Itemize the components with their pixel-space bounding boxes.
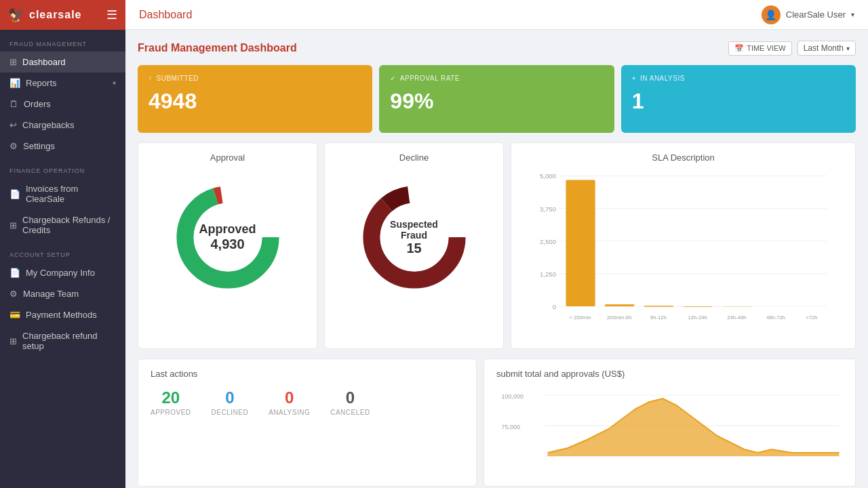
sla-bar-chart: 5,000 3,750 2,500 1,250 0 — [521, 169, 846, 339]
logo-area: 🦅 clearsale — [8, 7, 82, 23]
bottom-row: Last actions 20 APPROVED 0 DECLINED 0 AN… — [138, 359, 856, 487]
sidebar-item-chargebacks-label: Chargebacks — [22, 120, 75, 130]
sidebar-item-my-company-label: My Company Info — [26, 268, 95, 278]
submitted-value: 4948 — [149, 89, 361, 114]
time-view-button[interactable]: 📅 TIME VIEW — [728, 41, 791, 56]
my-company-icon: 📄 — [9, 268, 20, 278]
chevron-down-icon: ▾ — [113, 79, 116, 87]
page-title: Dashboard — [139, 9, 192, 21]
reports-left: 📊 Reports — [9, 78, 57, 88]
decline-donut: Suspected Fraud 15 — [353, 176, 475, 298]
last-actions-title: Last actions — [151, 369, 464, 379]
payment-methods-icon: 💳 — [9, 310, 20, 320]
sidebar: 🦅 clearsale ☰ Fraud Management ⊞ Dashboa… — [0, 0, 125, 488]
sidebar-item-chargeback-refunds-label: Chargeback Refunds / Credits — [22, 215, 116, 235]
metric-canceled: 0 CANCELED — [330, 388, 370, 416]
avatar: 👤 — [762, 5, 781, 24]
metric-analysing-label: ANALYSING — [269, 409, 310, 416]
approval-rate-value: 99% — [390, 89, 603, 114]
topbar: Dashboard 👤 ClearSale User ▾ — [125, 0, 868, 30]
calendar-icon: 📅 — [734, 44, 744, 53]
svg-text:1,250: 1,250 — [540, 270, 556, 278]
sidebar-item-chargebacks[interactable]: ↩ Chargebacks — [0, 115, 125, 136]
metric-approved-label: APPROVED — [151, 409, 191, 416]
svg-text:0: 0 — [553, 303, 556, 310]
sidebar-section-finance: Finance Operation 📄 Invoices from ClearS… — [0, 157, 125, 241]
in-analysis-label: + IN ANALYSIS — [632, 75, 845, 82]
sidebar-item-settings[interactable]: ⚙ Settings — [0, 136, 125, 157]
submitted-label: ↑ SUBMITTED — [149, 75, 361, 82]
user-name: ClearSale User — [786, 9, 846, 20]
sidebar-item-chargeback-setup-label: Chargeback refund setup — [22, 331, 116, 351]
last-month-button[interactable]: Last Month ▾ — [797, 41, 856, 56]
sidebar-item-dashboard[interactable]: ⊞ Dashboard — [0, 52, 125, 73]
sidebar-item-my-company[interactable]: 📄 My Company Info — [0, 262, 125, 283]
decline-chart-card: Decline Suspected Fraud 15 — [324, 142, 504, 349]
in-analysis-plus-icon: + — [632, 75, 636, 82]
period-chevron-icon: ▾ — [846, 45, 850, 52]
decline-donut-text: Suspected Fraud — [384, 219, 445, 241]
sidebar-item-orders[interactable]: 🗒 Orders — [0, 94, 125, 115]
dashboard-icon: ⊞ — [9, 57, 17, 67]
sidebar-item-manage-team-label: Manage Team — [23, 289, 79, 299]
metric-canceled-value: 0 — [330, 388, 370, 407]
content-title: Fraud Management Dashboard — [138, 42, 297, 54]
account-section-label: Account Setup — [0, 241, 125, 262]
sidebar-item-orders-label: Orders — [24, 99, 51, 109]
svg-rect-17 — [605, 304, 634, 306]
svg-rect-19 — [684, 306, 713, 307]
user-area: 👤 ClearSale User ▾ — [762, 5, 854, 24]
logo-text: clearsale — [29, 9, 82, 21]
invoices-icon: 📄 — [9, 189, 20, 199]
sidebar-item-chargeback-refunds[interactable]: ⊞ Chargeback Refunds / Credits — [0, 209, 125, 241]
submit-totals-card: submit total and approvals (US$) 100,000… — [484, 359, 856, 487]
chargeback-setup-icon: ⊞ — [9, 336, 17, 346]
stat-cards: ↑ SUBMITTED 4948 ✓ APPROVAL RATE 99% + I… — [138, 65, 856, 133]
logo-bird-icon: 🦅 — [8, 7, 25, 23]
approval-donut-text: Approved — [199, 222, 256, 237]
settings-icon: ⚙ — [9, 141, 18, 151]
sla-chart-svg: 5,000 3,750 2,500 1,250 0 — [521, 169, 846, 339]
sidebar-item-manage-team[interactable]: ⚙ Manage Team — [0, 283, 125, 304]
svg-rect-16 — [566, 180, 595, 306]
period-label: Last Month — [804, 43, 844, 53]
sidebar-item-invoices-label: Invoices from ClearSale — [26, 184, 116, 204]
submit-totals-title: submit total and approvals (US$) — [496, 369, 843, 379]
last-actions-card: Last actions 20 APPROVED 0 DECLINED 0 AN… — [138, 359, 477, 487]
approval-donut-label: Approved 4,930 — [199, 222, 256, 252]
reports-icon: 📊 — [9, 78, 20, 88]
svg-rect-18 — [644, 306, 673, 306]
metric-declined: 0 DECLINED — [212, 388, 249, 416]
decline-chart-title: Decline — [399, 152, 429, 163]
stat-card-in-analysis: + IN ANALYSIS 1 — [621, 65, 856, 133]
sidebar-item-invoices[interactable]: 📄 Invoices from ClearSale — [0, 178, 125, 209]
approval-donut-value: 4,930 — [199, 237, 256, 252]
approval-check-icon: ✓ — [390, 75, 396, 82]
metric-canceled-label: CANCELED — [330, 409, 370, 416]
time-view-area: 📅 TIME VIEW Last Month ▾ — [728, 41, 856, 56]
in-analysis-value: 1 — [632, 89, 845, 114]
sidebar-item-reports-label: Reports — [26, 78, 57, 88]
actions-metrics: 20 APPROVED 0 DECLINED 0 ANALYSING 0 CAN… — [151, 388, 464, 416]
metric-analysing: 0 ANALYSING — [269, 388, 310, 416]
sidebar-item-reports[interactable]: 📊 Reports ▾ — [0, 73, 125, 94]
sla-chart-card: SLA Description 5,000 3,750 2,500 1,250 — [511, 142, 856, 349]
svg-text:6h-12h: 6h-12h — [650, 314, 667, 321]
metric-approved: 20 APPROVED — [151, 388, 191, 416]
sidebar-item-payment-methods[interactable]: 💳 Payment Methods — [0, 304, 125, 325]
svg-text:75,000: 75,000 — [502, 424, 521, 430]
metric-analysing-value: 0 — [269, 388, 310, 407]
svg-text:24h-48h: 24h-48h — [727, 314, 746, 321]
stat-card-approval-rate: ✓ APPROVAL RATE 99% — [379, 65, 614, 133]
svg-text:200min-6h: 200min-6h — [607, 314, 631, 321]
hamburger-icon[interactable]: ☰ — [106, 7, 117, 22]
submit-totals-svg: 100,000 75,000 — [496, 388, 843, 476]
manage-team-icon: ⚙ — [9, 289, 18, 299]
approval-donut: Approved 4,930 — [167, 176, 289, 298]
sla-chart-title: SLA Description — [521, 152, 846, 163]
chargebacks-icon: ↩ — [9, 120, 17, 130]
sidebar-item-chargeback-setup[interactable]: ⊞ Chargeback refund setup — [0, 325, 125, 357]
svg-text:12h-24h: 12h-24h — [688, 314, 707, 321]
approval-rate-label: ✓ APPROVAL RATE — [390, 75, 603, 82]
decline-donut-value: 15 — [384, 241, 445, 256]
